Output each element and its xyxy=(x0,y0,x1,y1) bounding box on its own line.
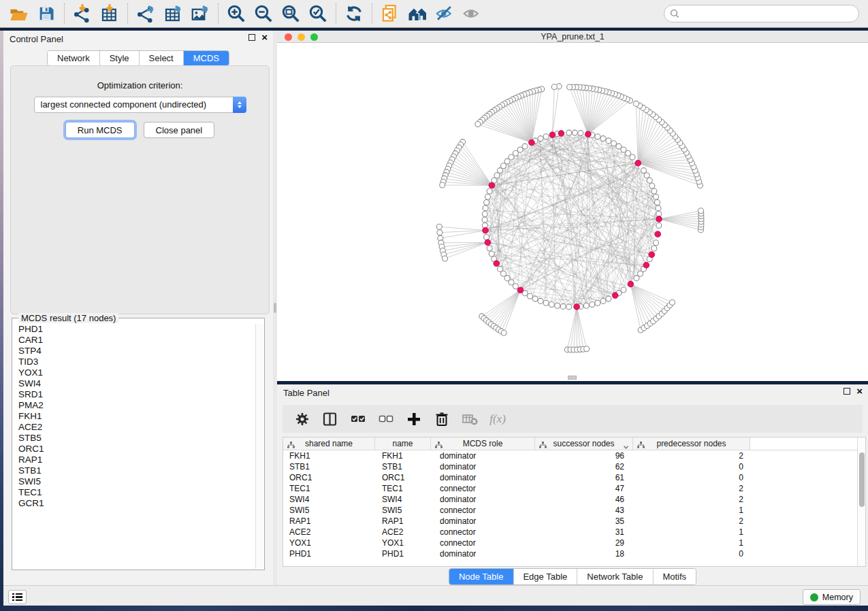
float-table-panel-icon[interactable] xyxy=(843,388,850,395)
cell-predecessor_nodes[interactable]: 1 xyxy=(633,538,750,548)
refresh-icon[interactable] xyxy=(340,2,368,25)
mcds-result-item[interactable]: TEC1 xyxy=(18,487,255,498)
network-splitter-grip[interactable] xyxy=(568,376,577,380)
chevron-down-icon[interactable] xyxy=(624,442,628,445)
hide-selected-icon[interactable] xyxy=(431,2,458,25)
zoom-out-icon[interactable] xyxy=(250,2,277,25)
cell-shared_name[interactable]: YOX1 xyxy=(283,538,375,548)
tab-network[interactable]: Network xyxy=(48,51,100,65)
mcds-result-item[interactable]: RAP1 xyxy=(18,455,255,465)
cell-predecessor_nodes[interactable]: 2 xyxy=(633,484,750,493)
close-panel-icon[interactable]: × xyxy=(261,34,268,41)
show-all-icon[interactable] xyxy=(458,2,485,25)
first-neighbors-icon[interactable] xyxy=(404,2,431,25)
float-panel-icon[interactable] xyxy=(248,34,255,41)
mcds-result-item[interactable]: SRD1 xyxy=(18,389,255,400)
run-mcds-button[interactable]: Run MCDS xyxy=(65,122,135,138)
table-scrollbar-thumb[interactable] xyxy=(859,452,865,507)
select-all-icon[interactable] xyxy=(349,410,367,428)
cell-mcds_role[interactable]: connector xyxy=(431,484,535,493)
network-canvas[interactable] xyxy=(277,43,868,380)
mcds-list-scrollbar[interactable] xyxy=(255,324,263,569)
cell-predecessor_nodes[interactable]: 0 xyxy=(633,473,750,482)
import-network-icon[interactable] xyxy=(69,2,96,25)
window-maximize-icon[interactable] xyxy=(310,33,318,41)
column-header-mcds_role[interactable]: MCDS role xyxy=(431,437,535,450)
cell-name[interactable]: STB1 xyxy=(375,462,431,472)
zoom-in-icon[interactable] xyxy=(223,2,250,25)
mcds-result-item[interactable]: ORC1 xyxy=(18,444,255,455)
window-close-icon[interactable] xyxy=(285,33,292,41)
cell-shared_name[interactable]: RAP1 xyxy=(283,516,375,526)
add-column-icon[interactable] xyxy=(405,410,423,428)
cell-shared_name[interactable]: PHD1 xyxy=(283,549,375,559)
column-header-successor_nodes[interactable]: successor nodes xyxy=(535,437,633,450)
cell-successor_nodes[interactable]: 62 xyxy=(535,462,633,472)
export-image-icon[interactable] xyxy=(187,2,214,25)
cell-shared_name[interactable]: FKH1 xyxy=(283,451,375,461)
cell-name[interactable]: SWI5 xyxy=(375,506,431,515)
cell-name[interactable]: FKH1 xyxy=(375,451,431,461)
cell-shared_name[interactable]: ORC1 xyxy=(283,473,375,482)
mcds-result-item[interactable]: STB1 xyxy=(18,465,255,476)
cell-mcds_role[interactable]: dominator xyxy=(431,495,535,504)
cell-predecessor_nodes[interactable]: 2 xyxy=(633,516,750,526)
column-header-predecessor_nodes[interactable]: predecessor nodes xyxy=(633,437,750,450)
deselect-all-icon[interactable] xyxy=(377,410,395,428)
mcds-result-item[interactable]: GCR1 xyxy=(18,498,255,509)
task-history-button[interactable] xyxy=(8,590,27,604)
mcds-result-item[interactable]: ACE2 xyxy=(18,422,255,433)
cell-name[interactable]: SWI4 xyxy=(375,495,431,504)
mcds-result-item[interactable]: CAR1 xyxy=(18,335,255,346)
export-table-icon[interactable] xyxy=(159,2,187,25)
cell-name[interactable]: ORC1 xyxy=(375,473,431,482)
table-row[interactable]: STB1STB1dominator620 xyxy=(283,461,865,472)
cell-name[interactable]: ACE2 xyxy=(375,527,431,537)
cell-mcds_role[interactable]: dominator xyxy=(431,516,535,526)
network-graph[interactable] xyxy=(277,43,868,380)
mcds-result-item[interactable]: YOX1 xyxy=(18,367,255,378)
cell-predecessor_nodes[interactable]: 0 xyxy=(633,549,750,559)
mcds-result-item[interactable]: STP4 xyxy=(18,346,255,357)
cell-mcds_role[interactable]: connector xyxy=(431,538,535,548)
tab-mcds[interactable]: MCDS xyxy=(184,51,229,65)
mcds-result-item[interactable]: STB5 xyxy=(18,433,255,444)
cell-shared_name[interactable]: SWI4 xyxy=(283,495,375,504)
table-row[interactable]: SWI4SWI4dominator462 xyxy=(283,494,865,505)
cell-mcds_role[interactable]: connector xyxy=(431,527,535,537)
table-row[interactable]: TEC1TEC1connector472 xyxy=(283,483,865,494)
network-view-titlebar[interactable]: YPA_prune.txt_1 xyxy=(277,31,868,43)
delete-column-icon[interactable] xyxy=(433,410,451,428)
tab-edge-table[interactable]: Edge Table xyxy=(513,569,577,584)
cell-successor_nodes[interactable]: 18 xyxy=(535,549,633,559)
cell-mcds_role[interactable]: dominator xyxy=(431,451,535,461)
cell-mcds_role[interactable]: dominator xyxy=(431,473,535,482)
cell-shared_name[interactable]: ACE2 xyxy=(283,527,375,537)
zoom-fit-icon[interactable] xyxy=(277,2,304,25)
column-header-name[interactable]: name xyxy=(375,437,431,450)
splitter-grip[interactable] xyxy=(274,303,276,313)
table-row[interactable]: YOX1YOX1connector291 xyxy=(283,538,865,548)
open-icon[interactable] xyxy=(5,2,33,25)
cell-successor_nodes[interactable]: 61 xyxy=(535,473,633,482)
cell-mcds_role[interactable]: dominator xyxy=(431,549,535,559)
column-header-shared_name[interactable]: shared name xyxy=(283,437,375,450)
table-scrollbar[interactable] xyxy=(857,437,865,566)
table-row[interactable]: SWI5SWI5connector431 xyxy=(283,505,865,516)
node-table[interactable]: shared namenameMCDS rolesuccessor nodesp… xyxy=(283,437,866,567)
memory-button[interactable]: Memory xyxy=(803,589,861,605)
close-panel-button[interactable]: Close panel xyxy=(144,122,215,138)
column-panel-icon[interactable] xyxy=(321,410,339,428)
import-table-icon[interactable] xyxy=(96,2,123,25)
cell-successor_nodes[interactable]: 35 xyxy=(535,516,633,526)
tab-network-table[interactable]: Network Table xyxy=(577,569,653,584)
mcds-result-list[interactable]: PHD1CAR1STP4TID3YOX1SWI4SRD1PMA2FKH1ACE2… xyxy=(13,324,255,569)
cell-name[interactable]: RAP1 xyxy=(375,516,431,526)
criterion-dropdown[interactable]: largest connected component (undirected) xyxy=(34,97,246,113)
cell-shared_name[interactable]: TEC1 xyxy=(283,484,375,493)
cell-successor_nodes[interactable]: 43 xyxy=(535,506,633,515)
table-row[interactable]: RAP1RAP1dominator352 xyxy=(283,516,865,527)
cell-predecessor_nodes[interactable]: 2 xyxy=(633,495,750,504)
save-icon[interactable] xyxy=(33,2,60,25)
cell-mcds_role[interactable]: dominator xyxy=(431,462,535,472)
